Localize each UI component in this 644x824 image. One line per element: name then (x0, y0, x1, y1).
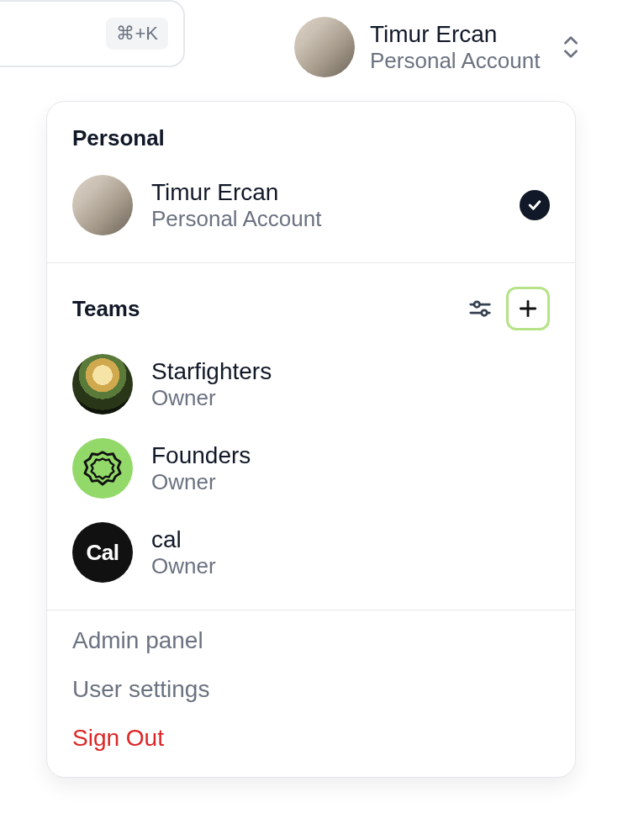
teams-section-header: Teams (47, 263, 575, 346)
badge-icon (83, 449, 122, 488)
svg-point-1 (474, 302, 480, 308)
sliders-icon[interactable] (467, 296, 493, 321)
admin-panel-link[interactable]: Admin panel (72, 627, 550, 654)
team-name: cal (151, 526, 550, 553)
account-switcher-trigger[interactable]: Timur Ercan Personal Account (294, 17, 580, 77)
svg-point-3 (482, 310, 488, 316)
team-name: Starfighters (151, 358, 550, 385)
account-subtitle: Personal Account (370, 48, 540, 74)
avatar (294, 17, 355, 77)
check-icon (520, 190, 550, 220)
team-name: Founders (151, 442, 550, 469)
team-avatar: Cal (72, 522, 133, 583)
plus-icon (517, 298, 539, 320)
team-avatar (72, 354, 133, 415)
team-role: Owner (151, 385, 550, 411)
item-subtitle: Personal Account (151, 206, 501, 232)
user-settings-link[interactable]: User settings (72, 676, 550, 703)
account-name: Timur Ercan (370, 21, 540, 48)
team-avatar (72, 438, 133, 499)
sign-out-link[interactable]: Sign Out (72, 725, 550, 752)
personal-section-title: Personal (72, 125, 165, 151)
team-item-cal[interactable]: Cal cal Owner (47, 514, 575, 598)
team-role: Owner (151, 553, 550, 579)
team-role: Owner (151, 469, 550, 495)
item-name: Timur Ercan (151, 179, 501, 206)
personal-account-item[interactable]: Timur Ercan Personal Account (47, 166, 575, 251)
keyboard-shortcut: ⌘+K (106, 18, 168, 50)
chevron-up-down-icon (562, 35, 580, 59)
teams-section-title: Teams (72, 296, 140, 322)
search-box[interactable]: ⌘+K (0, 0, 185, 67)
account-switcher-panel: Personal Timur Ercan Personal Account Te… (46, 101, 576, 778)
cal-logo-text: Cal (87, 540, 119, 566)
avatar (72, 175, 133, 235)
add-team-button[interactable] (506, 287, 550, 330)
team-item-starfighters[interactable]: Starfighters Owner (47, 346, 575, 430)
menu-list: Admin panel User settings Sign Out (47, 610, 575, 752)
team-item-founders[interactable]: Founders Owner (47, 430, 575, 514)
personal-section-header: Personal (47, 102, 575, 166)
